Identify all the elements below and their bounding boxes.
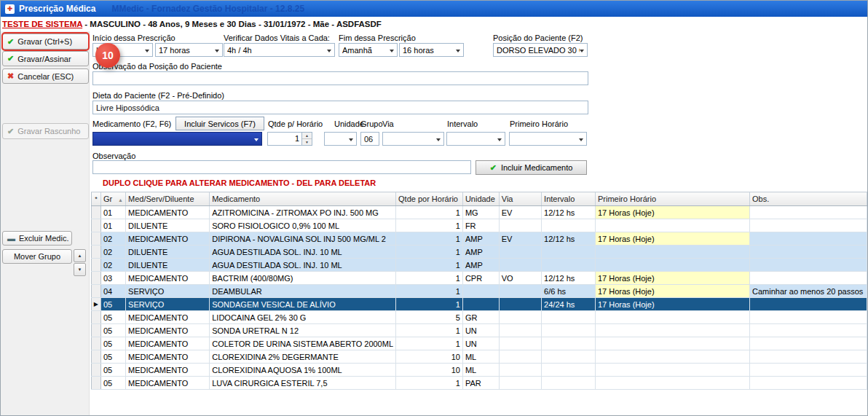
fim-day-select[interactable]: Amanhã	[339, 43, 398, 57]
grid-header-via[interactable]: Via	[499, 192, 541, 206]
cell-via[interactable]	[499, 324, 541, 337]
row-selector[interactable]	[92, 232, 101, 246]
cell-via[interactable]	[499, 364, 541, 377]
cell-unidade[interactable]: CPR	[462, 272, 499, 285]
title-bar[interactable]: ✚ Prescrição Médica MMedic - Fornadez Ge…	[1, 1, 868, 17]
grid-header-gr[interactable]: Gr▲	[100, 192, 125, 206]
delete-medication-button[interactable]: ▬ Excluir Medic.	[2, 231, 72, 246]
table-row[interactable]: 05MEDICAMENTOCOLETOR DE URINA SISTEMA AB…	[92, 337, 867, 350]
row-selector[interactable]	[92, 364, 101, 377]
grid-header-selector[interactable]: *	[92, 192, 101, 206]
cell-via[interactable]	[499, 298, 541, 311]
cell-primeiro-horario[interactable]: 17 Horas (Hoje)	[595, 298, 749, 311]
cell-qtde[interactable]: 10	[396, 364, 463, 377]
cell-unidade[interactable]: MG	[462, 206, 499, 219]
cell-primeiro-horario[interactable]	[595, 377, 749, 390]
move-group-down-button[interactable]: ▼	[74, 263, 86, 276]
via-select[interactable]	[382, 132, 444, 146]
stepper-buttons[interactable]: ▲ ▼	[301, 133, 312, 145]
cell-primeiro-horario[interactable]	[595, 219, 749, 232]
cell-intervalo[interactable]: 12/12 hs	[542, 272, 596, 285]
table-row[interactable]: 01MEDICAMENTOAZITROMICINA - ZITROMAX PO …	[92, 206, 867, 219]
cell-qtde[interactable]: 1	[396, 337, 463, 350]
dieta-input[interactable]	[92, 101, 588, 114]
cell-via[interactable]: EV	[499, 232, 541, 246]
cell-qtde[interactable]: 1	[396, 377, 463, 390]
cell-medicamento[interactable]: BACTRIM (400/80MG)	[210, 272, 396, 285]
cell-obs[interactable]	[750, 298, 867, 311]
cell-obs[interactable]	[750, 246, 867, 259]
cell-medicamento[interactable]: CLOREXIDINA 2% DEGERMANTE	[210, 350, 396, 364]
table-row[interactable]: 01DILUENTESORO FISIOLOGICO 0,9% 100 ML1F…	[92, 219, 867, 232]
cell-primeiro-horario[interactable]	[595, 324, 749, 337]
cell-qtde[interactable]: 1	[396, 272, 463, 285]
cell-via[interactable]: VO	[499, 272, 541, 285]
row-selector[interactable]	[92, 311, 101, 324]
cell-qtde[interactable]: 10	[396, 350, 463, 364]
cell-unidade[interactable]: ML	[462, 364, 499, 377]
cell-medicamento[interactable]: DIPIRONA - NOVALGINA SOL INJ 500 MG/ML 2	[210, 232, 396, 246]
cell-primeiro-horario[interactable]	[595, 311, 749, 324]
cell-tipo[interactable]: MEDICAMENTO	[126, 350, 210, 364]
cell-unidade[interactable]: FR	[462, 219, 499, 232]
observacao-input[interactable]	[92, 160, 471, 174]
cell-tipo[interactable]: MEDICAMENTO	[126, 311, 210, 324]
row-selector[interactable]	[92, 337, 101, 350]
row-selector[interactable]: ▶	[92, 298, 101, 311]
cell-obs[interactable]	[750, 219, 867, 232]
cell-gr[interactable]: 05	[100, 377, 125, 390]
cell-via[interactable]	[499, 246, 541, 259]
cell-obs[interactable]	[750, 350, 867, 364]
cell-unidade[interactable]: GR	[462, 311, 499, 324]
cell-unidade[interactable]: AMP	[462, 259, 499, 272]
cell-gr[interactable]: 05	[100, 298, 125, 311]
cell-gr[interactable]: 02	[100, 259, 125, 272]
cell-primeiro-horario[interactable]: 17 Horas (Hoje)	[595, 285, 749, 298]
row-selector[interactable]	[92, 206, 101, 219]
grid-header-unidade[interactable]: Unidade	[462, 192, 499, 206]
row-selector[interactable]	[92, 259, 101, 272]
cell-via[interactable]	[499, 259, 541, 272]
cell-intervalo[interactable]	[542, 350, 596, 364]
cell-medicamento[interactable]: AGUA DESTILADA SOL. INJ. 10 ML	[210, 246, 396, 259]
cell-intervalo[interactable]	[542, 324, 596, 337]
cell-intervalo[interactable]	[542, 337, 596, 350]
cell-unidade[interactable]: UN	[462, 324, 499, 337]
cell-primeiro-horario[interactable]	[595, 364, 749, 377]
cell-medicamento[interactable]: DEAMBULAR	[210, 285, 396, 298]
cell-tipo[interactable]: MEDICAMENTO	[126, 324, 210, 337]
move-group-up-button[interactable]: ▲	[74, 249, 86, 262]
cell-qtde[interactable]: 1	[396, 206, 463, 219]
cell-intervalo[interactable]: 12/12 hs	[542, 206, 596, 219]
cell-qtde[interactable]: 1	[396, 232, 463, 246]
cell-medicamento[interactable]: COLETOR DE URINA SISTEMA ABERTO 2000ML	[210, 337, 396, 350]
row-selector[interactable]	[92, 324, 101, 337]
cell-gr[interactable]: 03	[100, 272, 125, 285]
fim-time-select[interactable]: 16 horas	[399, 43, 464, 57]
incluir-medicamento-button[interactable]: ✔ Incluir Medicamento	[476, 160, 587, 175]
cell-primeiro-horario[interactable]	[595, 337, 749, 350]
table-row[interactable]: 02MEDICAMENTODIPIRONA - NOVALGINA SOL IN…	[92, 232, 867, 246]
cell-qtde[interactable]: 1	[396, 259, 463, 272]
cell-primeiro-horario[interactable]: 17 Horas (Hoje)	[595, 272, 749, 285]
cell-obs[interactable]	[750, 377, 867, 390]
primeiro-horario-select[interactable]	[509, 132, 587, 146]
cell-obs[interactable]	[750, 259, 867, 272]
table-row[interactable]: 05MEDICAMENTOLUVA CIRURGICA ESTERIL 7,51…	[92, 377, 867, 390]
table-row[interactable]: 05MEDICAMENTOCLOREXIDINA AQUOSA 1% 100ML…	[92, 364, 867, 377]
table-row[interactable]: 05MEDICAMENTOCLOREXIDINA 2% DEGERMANTE10…	[92, 350, 867, 364]
cell-intervalo[interactable]: 12/12 hs	[542, 232, 596, 246]
cell-tipo[interactable]: DILUENTE	[126, 246, 210, 259]
move-group-button[interactable]: Mover Grupo	[2, 249, 72, 264]
table-row[interactable]: 05MEDICAMENTOSONDA URETRAL N 121UN	[92, 324, 867, 337]
cell-tipo[interactable]: MEDICAMENTO	[126, 364, 210, 377]
cell-unidade[interactable]: AMP	[462, 232, 499, 246]
grid-header-qtde-por-horario[interactable]: Qtde por Horário	[396, 192, 463, 206]
cell-gr[interactable]: 04	[100, 285, 125, 298]
cell-intervalo[interactable]	[542, 311, 596, 324]
row-selector[interactable]	[92, 350, 101, 364]
cell-qtde[interactable]: 1	[396, 246, 463, 259]
table-row[interactable]: ▶05SERVIÇOSONDAGEM VESICAL DE ALÍVIO124/…	[92, 298, 867, 311]
cell-gr[interactable]: 05	[100, 364, 125, 377]
cell-medicamento[interactable]: AGUA DESTILADA SOL. INJ. 10 ML	[210, 259, 396, 272]
